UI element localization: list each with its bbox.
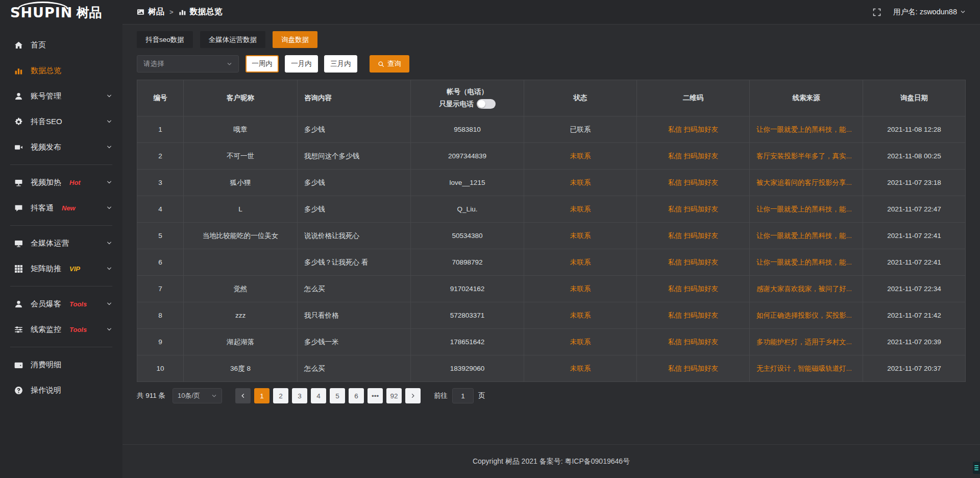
table-row: 2不可一世我想问这个多少钱2097344839未联系私信 扫码加好友客厅安装投影… <box>137 143 966 170</box>
sidebar-item-badge: Tools <box>69 326 87 333</box>
range-button-quarter[interactable]: 三月内 <box>324 55 357 73</box>
video-icon <box>14 143 23 152</box>
sidebar-item-leads[interactable]: 线索监控Tools <box>0 317 122 342</box>
home-icon <box>14 41 23 50</box>
qr-add-friend-link[interactable]: 私信 扫码加好友 <box>637 170 750 196</box>
cell-status: 未联系 <box>524 302 637 329</box>
query-button[interactable]: 查询 <box>370 55 409 73</box>
range-button-week[interactable]: 一周内 <box>246 55 279 73</box>
sidebar-item-publish[interactable]: 视频发布 <box>0 134 122 160</box>
sidebar-item-label: 线索监控 <box>31 325 61 334</box>
member-icon <box>14 300 23 308</box>
cell-source-link[interactable]: 让你一眼就爱上的黑科技，能... <box>750 223 863 249</box>
cell-content: 怎么买 <box>298 355 411 382</box>
chat-widget[interactable] <box>973 462 980 474</box>
filter-select[interactable]: 请选择 <box>137 55 239 73</box>
main-column: 树品 > 数据总览 用户名: zswodun88 <box>122 0 980 478</box>
filter-bar: 请选择 一周内一月内三月内 查询 <box>137 55 966 73</box>
sidebar-item-media[interactable]: 全媒体运营 <box>0 230 122 256</box>
sidebar-item-label: 视频加热 <box>31 178 61 187</box>
qr-add-friend-link[interactable]: 私信 扫码加好友 <box>637 223 750 249</box>
breadcrumb-current[interactable]: 数据总览 <box>179 7 223 17</box>
next-page-button[interactable] <box>405 388 421 403</box>
fullscreen-icon[interactable] <box>873 8 881 16</box>
phone-only-toggle[interactable] <box>477 99 496 109</box>
cell-source-link[interactable]: 无主灯设计，智能磁吸轨道灯... <box>750 355 863 382</box>
page-button-6[interactable]: 6 <box>349 388 364 403</box>
cell-date: 2021-11-07 22:47 <box>863 196 966 223</box>
sidebar-item-overview[interactable]: 数据总览 <box>0 58 122 83</box>
tab-inquiry-data[interactable]: 询盘数据 <box>273 31 317 48</box>
qr-add-friend-link[interactable]: 私信 扫码加好友 <box>637 143 750 170</box>
col-header-status: 状态 <box>524 80 637 116</box>
search-icon <box>378 61 384 67</box>
page-button-1[interactable]: 1 <box>254 388 270 403</box>
cell-source-link[interactable]: 让你一眼就爱上的黑科技，能... <box>750 249 863 276</box>
cell-source-link[interactable]: 如何正确选择投影仪，买投影... <box>750 302 863 329</box>
chart-icon <box>14 66 23 75</box>
cell-status: 未联系 <box>524 355 637 382</box>
qr-add-friend-link[interactable]: 私信 扫码加好友 <box>637 302 750 329</box>
sidebar-item-expense[interactable]: 消费明细 <box>0 352 122 377</box>
cell-content: 多少钱？让我死心 看 <box>298 249 411 276</box>
qr-add-friend-link[interactable]: 私信 扫码加好友 <box>637 329 750 355</box>
sidebar-item-heat[interactable]: 视频加热Hot <box>0 170 122 195</box>
page-button-4[interactable]: 4 <box>311 388 326 403</box>
goto-page-input[interactable] <box>452 388 474 403</box>
cell-source-link[interactable]: 让你一眼就爱上的黑科技，能... <box>750 116 863 143</box>
page-button-5[interactable]: 5 <box>330 388 345 403</box>
table-row: 5当地比较能吃的一位美女说说价格让我死心50534380未联系私信 扫码加好友让… <box>137 223 966 249</box>
sidebar-item-home[interactable]: 首页 <box>0 32 122 58</box>
qr-add-friend-link[interactable]: 私信 扫码加好友 <box>637 116 750 143</box>
topbar-right: 用户名: zswodun88 <box>873 7 966 17</box>
page-ellipsis-button[interactable]: ••• <box>368 388 383 403</box>
page-button-3[interactable]: 3 <box>292 388 307 403</box>
range-button-month[interactable]: 一月内 <box>285 55 318 73</box>
page-button-92[interactable]: 92 <box>386 388 402 403</box>
sidebar-item-label: 账号管理 <box>31 91 61 101</box>
username-menu[interactable]: 用户名: zswodun88 <box>893 7 966 17</box>
qr-add-friend-link[interactable]: 私信 扫码加好友 <box>637 249 750 276</box>
cell-source-link[interactable]: 多功能护栏灯，适用于乡村文... <box>750 329 863 355</box>
query-button-label: 查询 <box>387 59 401 68</box>
sidebar-item-douketong[interactable]: 抖客通New <box>0 195 122 221</box>
chevron-down-icon <box>106 240 112 246</box>
chevron-right-icon <box>410 393 416 399</box>
tab-douyin-seo-data[interactable]: 抖音seo数据 <box>137 31 193 48</box>
cell-id: 9 <box>137 329 184 355</box>
sidebar-item-account[interactable]: 账号管理 <box>0 83 122 109</box>
cell-account: 917024162 <box>411 276 524 302</box>
sidebar-item-member[interactable]: 会员爆客Tools <box>0 291 122 317</box>
breadcrumb-current-label: 数据总览 <box>190 7 223 17</box>
breadcrumb-root[interactable]: 树品 <box>137 7 164 17</box>
cell-source-link[interactable]: 客厅安装投影半年多了，真实... <box>750 143 863 170</box>
sidebar-item-matrix[interactable]: 矩阵助推VIP <box>0 256 122 281</box>
user-icon <box>14 92 23 101</box>
table-row: 7觉然怎么买917024162未联系私信 扫码加好友感谢大家喜欢我家，被问了好.… <box>137 276 966 302</box>
sidebar-item-help[interactable]: 操作说明 <box>0 377 122 403</box>
cell-source-link[interactable]: 让你一眼就爱上的黑科技，能... <box>750 196 863 223</box>
page-button-2[interactable]: 2 <box>273 388 288 403</box>
table-header-row: 编号 客户昵称 咨询内容 帐号（电话） 只显示电话 <box>137 80 966 116</box>
cell-source-link[interactable]: 感谢大家喜欢我家，被问了好... <box>750 276 863 302</box>
bar-chart-icon <box>179 8 186 16</box>
cell-nickname: 不可一世 <box>184 143 298 170</box>
cell-date: 2021-11-07 21:42 <box>863 302 966 329</box>
cell-id: 3 <box>137 170 184 196</box>
qr-add-friend-link[interactable]: 私信 扫码加好友 <box>637 276 750 302</box>
sidebar-item-douyin-seo[interactable]: 抖音SEO <box>0 109 122 134</box>
inquiry-table-panel: 编号 客户昵称 咨询内容 帐号（电话） 只显示电话 <box>137 80 966 382</box>
qr-add-friend-link[interactable]: 私信 扫码加好友 <box>637 196 750 223</box>
sidebar-item-label: 视频发布 <box>31 142 61 152</box>
col-header-date: 询盘日期 <box>863 80 966 116</box>
data-tabs: 抖音seo数据全媒体运营数据询盘数据 <box>137 31 966 48</box>
qr-add-friend-link[interactable]: 私信 扫码加好友 <box>637 355 750 382</box>
page-size-select[interactable]: 10条/页 <box>173 388 222 403</box>
cell-nickname: 狐小狸 <box>184 170 298 196</box>
cell-source-link[interactable]: 被大家追着问的客厅投影分享... <box>750 170 863 196</box>
prev-page-button[interactable] <box>235 388 251 403</box>
table-row: 9湖起湖落多少钱一米178651642未联系私信 扫码加好友多功能护栏灯，适用于… <box>137 329 966 355</box>
tab-media-data[interactable]: 全媒体运营数据 <box>200 31 266 48</box>
table-row: 8zzz我只看价格572803371未联系私信 扫码加好友如何正确选择投影仪，买… <box>137 302 966 329</box>
chevron-down-icon <box>227 61 232 67</box>
